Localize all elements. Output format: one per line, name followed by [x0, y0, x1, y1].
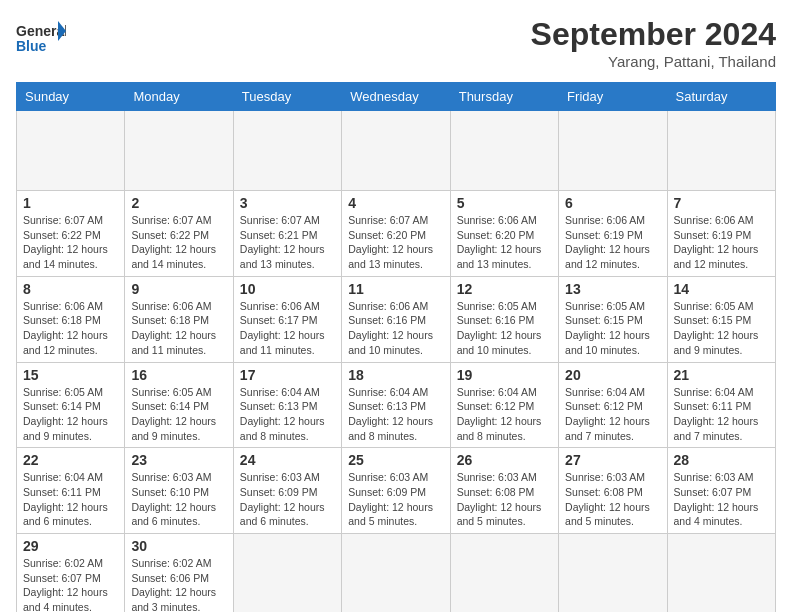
day-number: 28	[674, 452, 769, 468]
day-number: 14	[674, 281, 769, 297]
header-thursday: Thursday	[450, 83, 558, 111]
day-info: Sunrise: 6:04 AMSunset: 6:12 PMDaylight:…	[565, 385, 660, 444]
day-number: 17	[240, 367, 335, 383]
day-number: 25	[348, 452, 443, 468]
table-row: 25Sunrise: 6:03 AMSunset: 6:09 PMDayligh…	[342, 448, 450, 534]
table-row: 22Sunrise: 6:04 AMSunset: 6:11 PMDayligh…	[17, 448, 125, 534]
table-row: 9Sunrise: 6:06 AMSunset: 6:18 PMDaylight…	[125, 276, 233, 362]
table-row: 6Sunrise: 6:06 AMSunset: 6:19 PMDaylight…	[559, 191, 667, 277]
day-number: 19	[457, 367, 552, 383]
day-info: Sunrise: 6:03 AMSunset: 6:10 PMDaylight:…	[131, 470, 226, 529]
table-row: 16Sunrise: 6:05 AMSunset: 6:14 PMDayligh…	[125, 362, 233, 448]
table-row: 10Sunrise: 6:06 AMSunset: 6:17 PMDayligh…	[233, 276, 341, 362]
day-number: 7	[674, 195, 769, 211]
day-number: 13	[565, 281, 660, 297]
table-row	[342, 111, 450, 191]
day-info: Sunrise: 6:05 AMSunset: 6:14 PMDaylight:…	[23, 385, 118, 444]
day-number: 16	[131, 367, 226, 383]
header-sunday: Sunday	[17, 83, 125, 111]
header-wednesday: Wednesday	[342, 83, 450, 111]
day-info: Sunrise: 6:07 AMSunset: 6:20 PMDaylight:…	[348, 213, 443, 272]
day-info: Sunrise: 6:07 AMSunset: 6:22 PMDaylight:…	[131, 213, 226, 272]
table-row: 20Sunrise: 6:04 AMSunset: 6:12 PMDayligh…	[559, 362, 667, 448]
header-tuesday: Tuesday	[233, 83, 341, 111]
table-row: 19Sunrise: 6:04 AMSunset: 6:12 PMDayligh…	[450, 362, 558, 448]
day-info: Sunrise: 6:04 AMSunset: 6:13 PMDaylight:…	[240, 385, 335, 444]
svg-text:Blue: Blue	[16, 38, 47, 54]
day-number: 26	[457, 452, 552, 468]
table-row	[342, 534, 450, 613]
day-info: Sunrise: 6:03 AMSunset: 6:08 PMDaylight:…	[457, 470, 552, 529]
table-row: 21Sunrise: 6:04 AMSunset: 6:11 PMDayligh…	[667, 362, 775, 448]
calendar-header-row: Sunday Monday Tuesday Wednesday Thursday…	[17, 83, 776, 111]
day-info: Sunrise: 6:03 AMSunset: 6:09 PMDaylight:…	[348, 470, 443, 529]
day-number: 23	[131, 452, 226, 468]
table-row: 5Sunrise: 6:06 AMSunset: 6:20 PMDaylight…	[450, 191, 558, 277]
logo-icon: General Blue	[16, 16, 66, 56]
table-row: 1Sunrise: 6:07 AMSunset: 6:22 PMDaylight…	[17, 191, 125, 277]
table-row: 14Sunrise: 6:05 AMSunset: 6:15 PMDayligh…	[667, 276, 775, 362]
day-number: 2	[131, 195, 226, 211]
month-title: September 2024	[531, 16, 776, 53]
table-row: 23Sunrise: 6:03 AMSunset: 6:10 PMDayligh…	[125, 448, 233, 534]
day-info: Sunrise: 6:02 AMSunset: 6:07 PMDaylight:…	[23, 556, 118, 612]
day-info: Sunrise: 6:03 AMSunset: 6:07 PMDaylight:…	[674, 470, 769, 529]
header-saturday: Saturday	[667, 83, 775, 111]
day-number: 9	[131, 281, 226, 297]
location: Yarang, Pattani, Thailand	[531, 53, 776, 70]
table-row	[667, 111, 775, 191]
table-row: 26Sunrise: 6:03 AMSunset: 6:08 PMDayligh…	[450, 448, 558, 534]
table-row: 30Sunrise: 6:02 AMSunset: 6:06 PMDayligh…	[125, 534, 233, 613]
table-row	[450, 534, 558, 613]
day-number: 27	[565, 452, 660, 468]
table-row: 28Sunrise: 6:03 AMSunset: 6:07 PMDayligh…	[667, 448, 775, 534]
day-info: Sunrise: 6:04 AMSunset: 6:13 PMDaylight:…	[348, 385, 443, 444]
table-row: 8Sunrise: 6:06 AMSunset: 6:18 PMDaylight…	[17, 276, 125, 362]
table-row: 13Sunrise: 6:05 AMSunset: 6:15 PMDayligh…	[559, 276, 667, 362]
table-row	[559, 111, 667, 191]
day-number: 20	[565, 367, 660, 383]
day-number: 10	[240, 281, 335, 297]
calendar-table: Sunday Monday Tuesday Wednesday Thursday…	[16, 82, 776, 612]
table-row: 11Sunrise: 6:06 AMSunset: 6:16 PMDayligh…	[342, 276, 450, 362]
table-row: 24Sunrise: 6:03 AMSunset: 6:09 PMDayligh…	[233, 448, 341, 534]
table-row: 2Sunrise: 6:07 AMSunset: 6:22 PMDaylight…	[125, 191, 233, 277]
page-header: General Blue September 2024 Yarang, Patt…	[16, 16, 776, 70]
day-info: Sunrise: 6:05 AMSunset: 6:15 PMDaylight:…	[674, 299, 769, 358]
header-monday: Monday	[125, 83, 233, 111]
table-row: 3Sunrise: 6:07 AMSunset: 6:21 PMDaylight…	[233, 191, 341, 277]
day-number: 24	[240, 452, 335, 468]
table-row	[559, 534, 667, 613]
table-row	[233, 111, 341, 191]
table-row	[667, 534, 775, 613]
day-info: Sunrise: 6:04 AMSunset: 6:12 PMDaylight:…	[457, 385, 552, 444]
day-info: Sunrise: 6:06 AMSunset: 6:16 PMDaylight:…	[348, 299, 443, 358]
table-row: 4Sunrise: 6:07 AMSunset: 6:20 PMDaylight…	[342, 191, 450, 277]
logo: General Blue	[16, 16, 68, 56]
header-friday: Friday	[559, 83, 667, 111]
table-row	[233, 534, 341, 613]
day-info: Sunrise: 6:06 AMSunset: 6:18 PMDaylight:…	[131, 299, 226, 358]
day-info: Sunrise: 6:06 AMSunset: 6:17 PMDaylight:…	[240, 299, 335, 358]
table-row: 29Sunrise: 6:02 AMSunset: 6:07 PMDayligh…	[17, 534, 125, 613]
day-info: Sunrise: 6:05 AMSunset: 6:16 PMDaylight:…	[457, 299, 552, 358]
day-number: 12	[457, 281, 552, 297]
day-info: Sunrise: 6:03 AMSunset: 6:09 PMDaylight:…	[240, 470, 335, 529]
day-info: Sunrise: 6:04 AMSunset: 6:11 PMDaylight:…	[23, 470, 118, 529]
day-info: Sunrise: 6:05 AMSunset: 6:15 PMDaylight:…	[565, 299, 660, 358]
table-row: 15Sunrise: 6:05 AMSunset: 6:14 PMDayligh…	[17, 362, 125, 448]
day-number: 15	[23, 367, 118, 383]
table-row: 17Sunrise: 6:04 AMSunset: 6:13 PMDayligh…	[233, 362, 341, 448]
day-number: 6	[565, 195, 660, 211]
day-info: Sunrise: 6:06 AMSunset: 6:19 PMDaylight:…	[565, 213, 660, 272]
table-row: 18Sunrise: 6:04 AMSunset: 6:13 PMDayligh…	[342, 362, 450, 448]
table-row: 7Sunrise: 6:06 AMSunset: 6:19 PMDaylight…	[667, 191, 775, 277]
day-number: 11	[348, 281, 443, 297]
day-number: 30	[131, 538, 226, 554]
title-section: September 2024 Yarang, Pattani, Thailand	[531, 16, 776, 70]
table-row: 27Sunrise: 6:03 AMSunset: 6:08 PMDayligh…	[559, 448, 667, 534]
day-info: Sunrise: 6:06 AMSunset: 6:20 PMDaylight:…	[457, 213, 552, 272]
day-info: Sunrise: 6:03 AMSunset: 6:08 PMDaylight:…	[565, 470, 660, 529]
table-row: 12Sunrise: 6:05 AMSunset: 6:16 PMDayligh…	[450, 276, 558, 362]
day-number: 3	[240, 195, 335, 211]
